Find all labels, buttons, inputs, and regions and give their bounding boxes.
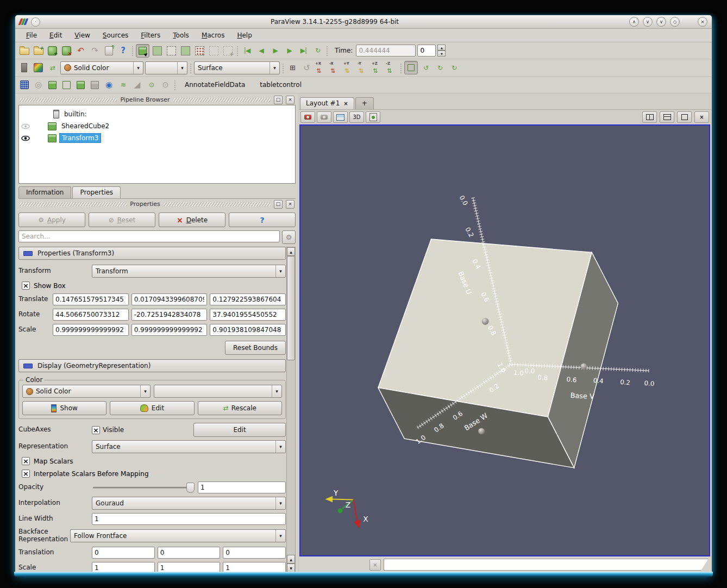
select-cells-on-button[interactable] [151, 45, 164, 57]
cubeaxes-visible-checkbox[interactable]: × [92, 426, 100, 434]
interpolate-scalars-checkbox[interactable]: × [22, 470, 30, 478]
display-scale-z-field[interactable] [223, 562, 286, 573]
display-representation-combo[interactable]: Surface ▾ [92, 440, 286, 453]
stream-tracer-button[interactable]: ≋ [117, 79, 129, 91]
pipeline-browser-titlebar[interactable]: Pipeline Browser □ × [18, 95, 296, 105]
time-input[interactable] [356, 45, 416, 57]
rotate-z-field[interactable] [210, 309, 286, 321]
properties-scrollbar[interactable]: ▲ ▲ ▼ [286, 247, 296, 573]
play-button[interactable]: ▶ [269, 45, 281, 57]
set-view-plus-z-button[interactable]: +Z⇅ [371, 61, 384, 74]
convert-view-button[interactable] [366, 111, 380, 123]
translate-x-field[interactable] [53, 293, 129, 305]
set-view-minus-z-button[interactable]: -Z⇅ [385, 61, 398, 74]
frame-input[interactable] [417, 45, 436, 57]
first-frame-button[interactable]: |◀ [241, 45, 253, 57]
opacity-slider[interactable] [92, 482, 195, 493]
display-scale-y-field[interactable] [158, 562, 221, 573]
translation-z-field[interactable] [223, 547, 286, 559]
abort-progress-button[interactable]: × [369, 559, 381, 571]
window-menu-button[interactable]: · [31, 17, 40, 27]
menu-sources[interactable]: Sources [97, 30, 134, 40]
show-legend-button[interactable]: Show [22, 401, 106, 415]
macro-annotatefielddata-button[interactable]: AnnotateFieldData [178, 79, 252, 90]
macro-tabletcontrol-button[interactable]: tabletcontrol [253, 79, 308, 90]
display-color-mode-combo[interactable]: Solid Color ▾ [22, 385, 151, 398]
capture-screenshot-button[interactable] [300, 111, 315, 123]
tab-layout-1[interactable]: Layout #1 × [300, 97, 354, 109]
extract-subset-button[interactable] [89, 79, 101, 91]
last-frame-button[interactable]: ▶| [297, 45, 310, 57]
scale-z-field[interactable] [210, 324, 286, 336]
backface-combo[interactable]: Follow Frontface ▾ [70, 529, 286, 542]
close-view-button[interactable]: × [694, 111, 709, 123]
select-points-on-button[interactable] [165, 45, 178, 57]
menu-macros[interactable]: Macros [196, 30, 230, 40]
search-input[interactable] [18, 230, 280, 242]
select-points-through-button[interactable] [193, 45, 206, 57]
component-combo[interactable]: ▾ [145, 61, 187, 74]
set-view-minus-x-button[interactable]: -X⇅ [329, 61, 341, 74]
open-file-button[interactable] [18, 45, 30, 57]
cubeaxes-edit-button[interactable]: Edit [193, 423, 286, 437]
show-center-button[interactable] [404, 61, 418, 74]
section-display[interactable]: Display (GeometryRepresentation) [18, 359, 286, 372]
color-mode-combo[interactable]: Solid Color ▾ [60, 61, 143, 74]
title-bar[interactable]: · ParaView 3.14.1-2255-g28d8999 64-bit ∧… [15, 15, 712, 29]
warp-button[interactable]: ◢ [131, 79, 143, 91]
scroll-up-button[interactable]: ▲ [287, 247, 295, 256]
set-view-plus-y-button[interactable]: +Y⇅ [343, 61, 355, 74]
split-vertical-button[interactable] [660, 111, 674, 123]
line-width-field[interactable] [92, 513, 286, 525]
set-view-minus-y-button[interactable]: -Y⇅ [357, 61, 369, 74]
minimize-button[interactable]: ∨ [656, 17, 666, 27]
section-properties-transform3[interactable]: Properties (Transform3) [18, 247, 286, 260]
visibility-toggle[interactable] [21, 135, 30, 141]
display-component-combo[interactable]: ▾ [154, 385, 282, 398]
tree-item-builtin[interactable]: builtin: [19, 108, 295, 120]
properties-help-button[interactable]: ? [229, 212, 296, 227]
threshold-button[interactable] [74, 79, 87, 91]
scroll-track[interactable] [287, 256, 295, 555]
transform-type-combo[interactable]: Transform ▾ [92, 265, 286, 278]
search-options-button[interactable]: ⚙ [282, 230, 296, 244]
float-panel-button[interactable]: □ [274, 96, 283, 104]
scale-y-field[interactable] [131, 324, 208, 336]
close-panel-button[interactable]: × [286, 96, 294, 104]
visibility-toggle[interactable] [21, 123, 30, 129]
slice-button[interactable] [60, 79, 73, 91]
scale-x-field[interactable] [53, 324, 129, 336]
calculator-button[interactable] [18, 79, 30, 91]
drag-handle[interactable] [164, 202, 271, 207]
rotate-y-field[interactable] [131, 309, 208, 321]
drag-handle[interactable] [173, 98, 271, 102]
rotate-x-field[interactable] [53, 309, 129, 321]
add-layout-tab[interactable]: + [355, 97, 374, 109]
close-button[interactable]: × [698, 17, 707, 27]
server-connect-button[interactable] [46, 45, 59, 57]
save-data-button[interactable] [32, 45, 45, 57]
properties-titlebar[interactable]: Properties □ × [18, 199, 296, 209]
loop-button[interactable]: ↻ [311, 45, 324, 57]
maximize-view-button[interactable] [677, 111, 692, 123]
apply-button[interactable]: ⚙Apply [18, 212, 85, 227]
show-box-checkbox[interactable]: × [22, 282, 30, 290]
float-panel-button[interactable]: □ [274, 200, 283, 209]
server-disconnect-button[interactable] [60, 45, 73, 57]
tree-item-shearedcube2[interactable]: ShearedCube2 [19, 120, 295, 132]
scroll-up-button-2[interactable]: ▲ [287, 555, 295, 564]
undo-button[interactable]: ↶ [74, 45, 87, 57]
interactive-select-cells-button[interactable] [208, 45, 220, 57]
scroll-down-button[interactable]: ▼ [287, 564, 295, 572]
capture-movie-button[interactable] [317, 111, 331, 123]
interaction-mode-button[interactable] [136, 44, 149, 58]
spin-up-button[interactable]: ▲ [437, 45, 446, 51]
menu-help[interactable]: Help [231, 30, 257, 40]
group-datasets-button[interactable]: ⊙ [145, 79, 158, 91]
rotate-ccw-button[interactable]: ↺ [419, 61, 432, 74]
delete-button[interactable]: ×Delete [159, 212, 225, 227]
maximize-button[interactable]: ◇ [670, 17, 680, 27]
reset-bounds-button[interactable]: Reset Bounds [225, 341, 286, 355]
zoom-to-data-button[interactable]: ↺ [300, 61, 313, 74]
view-type-button[interactable]: 3D [349, 111, 364, 123]
